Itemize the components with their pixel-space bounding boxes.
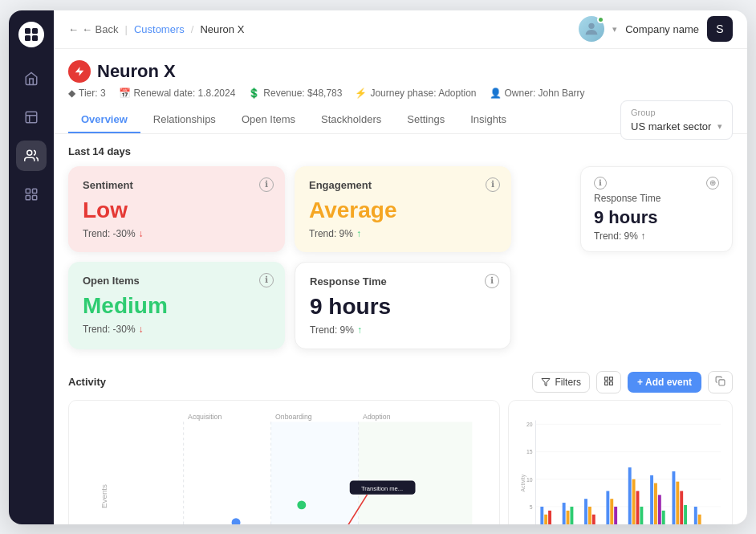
sidebar-logo[interactable] bbox=[18, 22, 44, 47]
timeline-chart: Events Acquisition Onboarding Adoption bbox=[68, 400, 500, 524]
owner-icon: 👤 bbox=[490, 88, 502, 99]
svg-rect-18 bbox=[610, 381, 613, 385]
content-area: Last 14 days Sentiment ℹ Low Trend: -30%… bbox=[54, 134, 747, 524]
back-arrow-icon: ← bbox=[68, 23, 79, 35]
grid-view-button[interactable] bbox=[596, 371, 621, 393]
svg-rect-15 bbox=[605, 377, 608, 380]
period-label: Last 14 days bbox=[68, 145, 733, 157]
svg-rect-3 bbox=[32, 35, 38, 41]
svg-rect-68 bbox=[606, 491, 609, 524]
svg-rect-80 bbox=[662, 510, 665, 524]
kpi-engagement-title: Engagement bbox=[309, 179, 497, 191]
user-avatar-wrap[interactable] bbox=[579, 16, 604, 42]
svg-rect-28 bbox=[359, 422, 473, 524]
kpi-rt-value: 9 hours bbox=[310, 294, 496, 320]
calendar-icon: 📅 bbox=[119, 88, 131, 99]
svg-rect-8 bbox=[26, 189, 30, 193]
kpi-open-items-info-icon[interactable]: ℹ bbox=[259, 273, 274, 287]
svg-rect-65 bbox=[588, 506, 591, 524]
kpi-engagement-value: Average bbox=[309, 198, 497, 223]
kpi-engagement-info-icon[interactable]: ℹ bbox=[486, 177, 500, 192]
kpi-engagement-trend: Trend: 9% ↑ bbox=[309, 228, 497, 239]
small-rt-info-icon[interactable]: ℹ bbox=[594, 177, 607, 190]
svg-text:Onboarding: Onboarding bbox=[275, 413, 312, 421]
avatar-online-dot bbox=[597, 16, 604, 23]
bar-chart: 20 15 10 5 bbox=[508, 400, 733, 524]
svg-rect-61 bbox=[567, 510, 570, 524]
svg-text:20: 20 bbox=[526, 422, 533, 427]
svg-rect-9 bbox=[33, 189, 37, 193]
sidebar bbox=[9, 10, 54, 524]
meta-journey: ⚡ Journey phase: Adoption bbox=[355, 88, 476, 99]
sidebar-item-settings[interactable] bbox=[16, 179, 47, 210]
tab-settings[interactable]: Settings bbox=[394, 107, 457, 133]
svg-text:Events: Events bbox=[100, 483, 108, 508]
small-rt-card: ℹ ⊕ Response Time 9 hours Trend: 9% ↑ bbox=[580, 166, 733, 252]
breadcrumb-customers[interactable]: Customers bbox=[134, 23, 185, 35]
tab-open-items[interactable]: Open Items bbox=[229, 107, 308, 133]
kpi-sentiment-info-icon[interactable]: ℹ bbox=[259, 177, 274, 192]
svg-rect-2 bbox=[25, 35, 30, 41]
chart-area: Events Acquisition Onboarding Adoption bbox=[68, 400, 733, 524]
kpi-sentiment-trend: Trend: -30% ↓ bbox=[83, 228, 270, 239]
kpi-rt-info-icon[interactable]: ℹ bbox=[485, 274, 499, 288]
kpi-grid: Sentiment ℹ Low Trend: -30% ↓ Engagement… bbox=[68, 166, 511, 349]
svg-rect-64 bbox=[584, 499, 587, 524]
kpi-open-items-value: Medium bbox=[83, 293, 270, 319]
timeline-svg: Events Acquisition Onboarding Adoption bbox=[77, 409, 491, 524]
company-name: Company name bbox=[625, 23, 699, 35]
svg-rect-17 bbox=[605, 381, 608, 385]
trend-up-icon: ↑ bbox=[356, 228, 361, 239]
sidebar-item-customers[interactable] bbox=[16, 141, 47, 171]
customer-title-row: Neuron X bbox=[68, 60, 733, 83]
svg-rect-77 bbox=[650, 475, 653, 524]
small-rt-title: Response Time bbox=[594, 193, 719, 204]
avatar-chevron-icon[interactable]: ▾ bbox=[612, 24, 617, 35]
small-rt-trend: Trend: 9% ↑ bbox=[594, 230, 719, 242]
small-rt-extra-icon[interactable]: ⊕ bbox=[706, 177, 719, 190]
kpi-sentiment-value: Low bbox=[83, 198, 270, 223]
svg-text:10: 10 bbox=[526, 476, 533, 482]
svg-rect-73 bbox=[632, 479, 636, 524]
svg-rect-72 bbox=[628, 467, 632, 524]
activity-header: Activity Filters bbox=[68, 371, 733, 393]
back-label[interactable]: ← Back bbox=[82, 23, 119, 35]
svg-rect-74 bbox=[636, 491, 640, 524]
small-rt-value: 9 hours bbox=[594, 207, 719, 228]
tab-overview[interactable]: Overview bbox=[68, 107, 140, 133]
svg-point-34 bbox=[232, 518, 241, 524]
kpi-card-response-time: Response Time ℹ 9 hours Trend: 9% ↑ bbox=[295, 262, 511, 349]
sidebar-item-home[interactable] bbox=[16, 63, 47, 94]
svg-point-12 bbox=[589, 23, 595, 29]
customer-header: Neuron X ◆ Tier: 3 📅 Renewal date: 1.8.2… bbox=[54, 49, 747, 134]
svg-text:5: 5 bbox=[530, 503, 533, 509]
svg-rect-84 bbox=[680, 491, 683, 524]
back-button[interactable]: ← ← Back bbox=[68, 23, 119, 35]
sidebar-item-reports[interactable] bbox=[16, 102, 47, 132]
svg-rect-62 bbox=[570, 506, 573, 524]
tab-insights[interactable]: Insights bbox=[457, 107, 519, 133]
svg-rect-83 bbox=[676, 481, 679, 524]
svg-point-7 bbox=[27, 150, 32, 155]
copy-button[interactable] bbox=[708, 371, 733, 393]
filters-button[interactable]: Filters bbox=[532, 372, 590, 393]
svg-rect-60 bbox=[563, 503, 566, 524]
svg-rect-27 bbox=[271, 422, 359, 524]
tab-relationships[interactable]: Relationships bbox=[140, 107, 229, 133]
breadcrumb-separator: | bbox=[125, 23, 128, 35]
topbar: ← ← Back | Customers / Neuron X ▾ bbox=[54, 10, 747, 49]
tab-stackholders[interactable]: Stackholders bbox=[308, 107, 394, 133]
customer-icon bbox=[68, 60, 91, 83]
breadcrumb-slash: / bbox=[191, 23, 194, 35]
svg-rect-10 bbox=[26, 195, 30, 199]
svg-text:Transition me...: Transition me... bbox=[361, 485, 403, 492]
breadcrumb-current: Neuron X bbox=[200, 23, 244, 35]
meta-owner: 👤 Owner: John Barry bbox=[490, 88, 585, 99]
svg-rect-56 bbox=[540, 506, 543, 524]
svg-rect-16 bbox=[610, 377, 613, 380]
activity-controls: Filters + Add event bbox=[532, 371, 733, 393]
user-menu-button[interactable]: S bbox=[707, 16, 733, 42]
activity-section: Activity Filters bbox=[68, 371, 733, 516]
svg-rect-82 bbox=[672, 471, 675, 524]
add-event-button[interactable]: + Add event bbox=[628, 372, 701, 393]
